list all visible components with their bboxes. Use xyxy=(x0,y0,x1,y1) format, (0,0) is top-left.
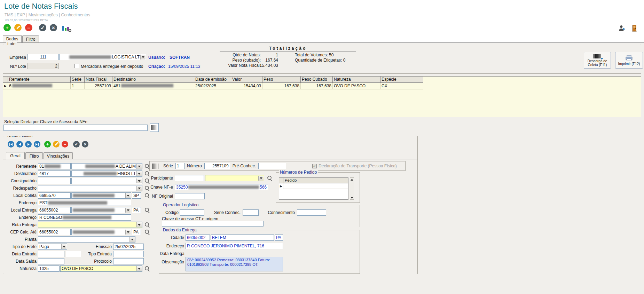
edit-nota-button[interactable] xyxy=(53,141,60,148)
cidade-uf-field[interactable]: PA xyxy=(275,235,283,241)
endereco-entrega-field[interactable]: R CONEGO xyxy=(38,214,131,221)
destinatario-combo[interactable]: FINOS LT xyxy=(71,170,142,177)
col-data-emissao[interactable]: Data de emissão xyxy=(194,77,231,83)
first-record-button[interactable] xyxy=(8,141,14,148)
serie-conhec-field[interactable] xyxy=(243,209,259,216)
descarga-coleta-button[interactable]: Descarga de Coleta (F11) xyxy=(584,52,611,69)
data-entrada-field[interactable] xyxy=(38,251,64,257)
chevron-down-icon[interactable] xyxy=(136,164,142,169)
nf-original-field[interactable] xyxy=(175,193,205,199)
chevron-down-icon[interactable] xyxy=(136,178,142,183)
pedidos-grid[interactable]: Pedido ▶ xyxy=(279,177,348,200)
add-nota-button[interactable]: + xyxy=(44,141,51,148)
natureza-code-field[interactable]: 1025 xyxy=(38,265,60,272)
tab-filtro[interactable]: Filtro xyxy=(22,35,39,42)
chave-cte-field[interactable] xyxy=(162,221,264,227)
cep-calc-code-field[interactable]: 66055002 xyxy=(38,229,71,235)
chevron-down-icon[interactable] xyxy=(125,230,131,235)
cep-calc-uf-field[interactable]: PA xyxy=(132,229,141,235)
participante-search-icon[interactable] xyxy=(267,175,273,181)
natureza-search-icon[interactable] xyxy=(144,266,150,271)
chevron-down-icon[interactable] xyxy=(129,237,135,242)
col-nota-fiscal[interactable]: Nota Fiscal xyxy=(85,77,112,83)
confirm-button[interactable]: ✓ xyxy=(39,24,46,31)
planta-combo[interactable] xyxy=(38,236,135,243)
chevron-down-icon[interactable] xyxy=(136,222,142,227)
chevron-down-icon[interactable] xyxy=(136,186,142,191)
local-entrega-uf-field[interactable]: PA xyxy=(132,207,141,213)
chevron-down-icon[interactable] xyxy=(258,176,264,181)
scroll-up-icon[interactable] xyxy=(350,178,354,181)
tab-vinculacoes[interactable]: Vinculações xyxy=(44,152,73,159)
codigo-field[interactable] xyxy=(180,209,204,216)
observacao-field[interactable]: OV: 0002439952 Remessa: 0303137840 Fatur… xyxy=(186,257,283,271)
destinatario-code-field[interactable]: 4817 xyxy=(38,170,71,177)
pedido-column-header[interactable]: Pedido xyxy=(283,178,348,183)
local-entrega-search-icon[interactable] xyxy=(144,207,150,213)
cancel-nota-button[interactable]: × xyxy=(82,141,88,148)
add-button[interactable]: + xyxy=(3,24,11,31)
cidade-cep-field[interactable]: 66055002 xyxy=(186,235,210,241)
col-peso-cubado[interactable]: Peso Cubado xyxy=(301,77,333,83)
tab-dados[interactable]: Dados xyxy=(3,35,22,42)
pedido-row[interactable] xyxy=(283,183,348,189)
col-especie[interactable]: Espécie xyxy=(380,77,423,83)
delete-nota-button[interactable]: – xyxy=(62,141,68,148)
col-valor[interactable]: Valor xyxy=(231,77,262,83)
chevron-down-icon[interactable] xyxy=(125,193,131,198)
imprimir-button[interactable]: Imprimir (F12) xyxy=(615,52,643,69)
chave-acesso-input[interactable] xyxy=(3,125,148,131)
participante-code-field[interactable] xyxy=(175,175,204,181)
rota-entrega-combo[interactable] xyxy=(38,222,142,228)
edit-button[interactable] xyxy=(14,24,22,31)
chart-button[interactable] xyxy=(62,24,70,31)
delete-button[interactable]: – xyxy=(25,24,32,31)
pre-conhec-field[interactable] xyxy=(258,163,286,169)
local-coleta-combo[interactable] xyxy=(71,192,131,199)
empresa-combo[interactable]: LOGISTICA LT xyxy=(59,54,146,60)
empresa-code-field[interactable]: 111 xyxy=(28,54,59,60)
chevron-down-icon[interactable] xyxy=(125,208,131,213)
remetente-combo[interactable]: A DE ALIM xyxy=(71,163,142,169)
protocolo-field[interactable] xyxy=(113,258,144,264)
cidade-nome-field[interactable]: BELEM xyxy=(211,235,274,241)
data-saida-field[interactable] xyxy=(38,258,64,264)
tipo-entrada-field[interactable] xyxy=(113,251,144,257)
exit-button[interactable] xyxy=(631,24,639,32)
previous-record-button[interactable] xyxy=(16,141,23,148)
local-coleta-uf-field[interactable]: SP xyxy=(132,192,141,199)
participante-combo[interactable] xyxy=(205,175,264,181)
remetente-code-field[interactable]: 81 xyxy=(38,163,71,169)
next-record-button[interactable] xyxy=(25,141,32,148)
col-natureza[interactable]: Natureza xyxy=(333,77,380,83)
col-peso[interactable]: Peso xyxy=(262,77,301,83)
barcode-scan-button[interactable] xyxy=(150,123,159,132)
redespacho-combo[interactable] xyxy=(38,185,142,191)
cep-calc-search-icon[interactable] xyxy=(144,229,150,235)
table-row[interactable]: ▶ 6 1 2557109 481 25/02/2025 15434,03 16… xyxy=(3,83,641,89)
chevron-down-icon[interactable] xyxy=(140,55,146,59)
col-remetente[interactable]: Remetente xyxy=(8,77,71,83)
chevron-down-icon[interactable] xyxy=(136,171,142,176)
chevron-down-icon[interactable] xyxy=(136,266,142,271)
chevron-down-icon[interactable] xyxy=(61,244,66,249)
cep-calc-combo[interactable] xyxy=(71,229,131,235)
tipo-frete-combo[interactable]: Pago xyxy=(38,244,67,250)
chave-nfe-field[interactable]: 35250 566 xyxy=(175,184,268,190)
user-button[interactable] xyxy=(618,24,626,32)
confirm-nota-button[interactable]: ✓ xyxy=(73,141,80,148)
pedidos-scrollbar[interactable] xyxy=(350,177,354,200)
rota-entrega-search-icon[interactable] xyxy=(144,222,150,228)
conhecimento-field[interactable] xyxy=(297,209,326,216)
endereco-entrega-grp-field[interactable]: R CONEGO JERONIMO PIMENTEL, 716 xyxy=(186,243,283,249)
deposito-checkbox[interactable] xyxy=(74,64,79,68)
col-serie[interactable]: Série xyxy=(71,77,85,83)
local-coleta-code-field[interactable]: 6695570 xyxy=(38,192,71,199)
cancel-button[interactable]: × xyxy=(50,24,57,31)
natureza-combo[interactable]: OVO DE PASCO xyxy=(60,265,142,272)
notas-grid[interactable]: Remetente Série Nota Fiscal Destinatário… xyxy=(3,76,641,117)
consignatario-combo[interactable] xyxy=(71,178,142,184)
serie-field[interactable]: 1 xyxy=(175,163,184,169)
col-destinatario[interactable]: Destinatário xyxy=(112,77,194,83)
numero-field[interactable]: 2557109 xyxy=(204,163,230,169)
